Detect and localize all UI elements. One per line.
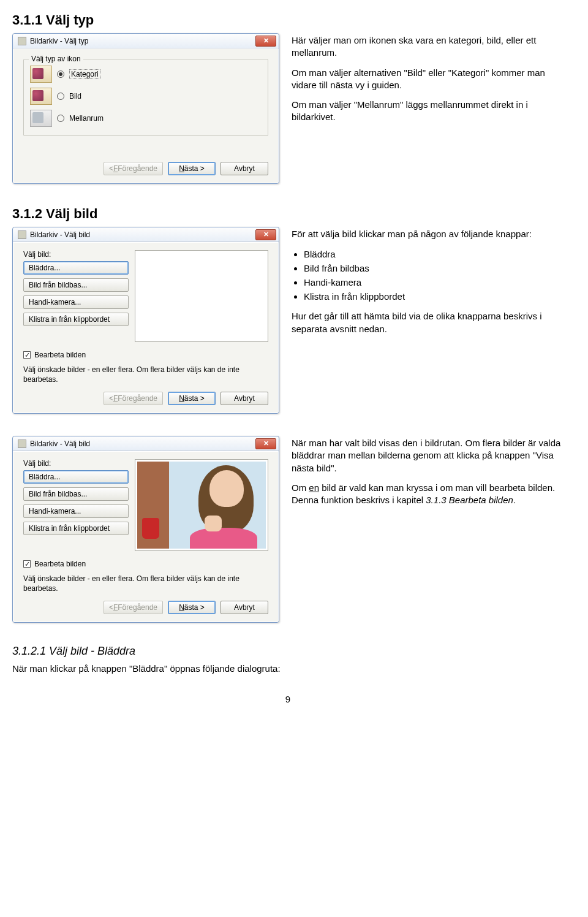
browse-button[interactable]: Bläddra... [23, 261, 129, 275]
paragraph: För att välja bild klickar man på någon … [292, 228, 564, 240]
kategori-icon [30, 66, 52, 83]
help-text: Välj önskade bilder - en eller flera. Om… [23, 574, 268, 593]
close-icon[interactable]: ✕ [255, 36, 276, 47]
clipboard-button[interactable]: Klistra in från klippbordet [23, 313, 129, 326]
window-title: Bildarkiv - Välj bild [30, 230, 255, 239]
checkbox-icon: ✓ [23, 560, 31, 568]
kamera-button[interactable]: Handi-kamera... [23, 504, 129, 518]
help-text: Välj önskade bilder - en eller flera. Om… [23, 365, 268, 384]
side-label: Välj bild: [23, 459, 129, 468]
kamera-button[interactable]: Handi-kamera... [23, 295, 129, 309]
mellanrum-icon [30, 110, 52, 127]
paragraph: Hur det går till att hämta bild via de o… [292, 310, 564, 335]
browse-button[interactable]: Bläddra... [23, 470, 129, 484]
window-icon [18, 230, 26, 239]
window-title: Bildarkiv - Välj bild [30, 439, 255, 448]
dialog-valj-bild: Bildarkiv - Välj bild ✕ Välj bild: Blädd… [12, 227, 279, 414]
groupbox-valj-typ: Välj typ av ikon Kategori Bild [23, 59, 268, 136]
titlebar: Bildarkiv - Välj bild ✕ [13, 436, 279, 451]
close-icon[interactable]: ✕ [255, 229, 276, 240]
heading-311: 3.1.1 Välj typ [12, 12, 564, 28]
paragraph: Här väljer man om ikonen ska vara en kat… [292, 34, 564, 59]
prev-button: < FFöregående [104, 392, 163, 405]
bildbas-button[interactable]: Bild från bildbas... [23, 278, 129, 292]
next-button[interactable]: Nästa > [168, 162, 216, 175]
list-item: Handi-kamera [304, 276, 564, 289]
option-mellanrum[interactable]: Mellanrum [30, 107, 262, 129]
paragraph: När man har valt bild visas den i bildru… [292, 437, 564, 474]
checkbox-icon: ✓ [23, 351, 31, 359]
cancel-button[interactable]: Avbryt [221, 601, 268, 614]
dialog-valj-bild-filled: Bildarkiv - Välj bild ✕ Välj bild: Blädd… [12, 436, 279, 623]
image-preview [135, 459, 268, 551]
paragraph: När man klickar på knappen "Bläddra" öpp… [12, 663, 564, 675]
group-legend: Välj typ av ikon [29, 55, 83, 63]
list-item: Bläddra [304, 248, 564, 261]
image-preview [135, 250, 268, 342]
radio-icon [57, 93, 64, 100]
bearbeta-checkbox[interactable]: ✓ Bearbeta bilden [23, 560, 268, 568]
window-title: Bildarkiv - Välj typ [30, 37, 255, 45]
page-number: 9 [12, 694, 564, 704]
option-label: Kategori [69, 69, 100, 79]
heading-3121: 3.1.2.1 Välj bild - Bläddra [12, 645, 564, 658]
radio-icon [57, 115, 64, 122]
titlebar: Bildarkiv - Välj typ ✕ [13, 34, 279, 48]
heading-312: 3.1.2 Välj bild [12, 206, 564, 222]
bullet-list: Bläddra Bild från bildbas Handi-kamera K… [292, 248, 564, 303]
prev-button: < FFöregående [104, 162, 163, 175]
next-button[interactable]: Nästa > [168, 601, 216, 614]
option-kategori[interactable]: Kategori [30, 63, 262, 85]
bearbeta-checkbox[interactable]: ✓ Bearbeta bilden [23, 351, 268, 359]
bild-icon [30, 88, 52, 105]
paragraph: Om man väljer alternativen "Bild" eller … [292, 67, 564, 92]
paragraph: Om en bild är vald kan man kryssa i om m… [292, 482, 564, 507]
bildbas-button[interactable]: Bild från bildbas... [23, 487, 129, 501]
selected-photo [137, 462, 266, 549]
list-item: Klistra in från klippbordet [304, 290, 564, 303]
option-label: Mellanrum [69, 114, 104, 123]
checkbox-label: Bearbeta bilden [34, 351, 86, 359]
paragraph: Om man väljer "Mellanrum" läggs mellanru… [292, 99, 564, 124]
dialog-valj-typ: Bildarkiv - Välj typ ✕ Välj typ av ikon … [12, 33, 279, 184]
list-item: Bild från bildbas [304, 262, 564, 275]
clipboard-button[interactable]: Klistra in från klippbordet [23, 522, 129, 535]
option-label: Bild [69, 92, 81, 101]
checkbox-label: Bearbeta bilden [34, 560, 86, 568]
radio-icon [57, 70, 64, 78]
window-icon [18, 37, 26, 45]
titlebar: Bildarkiv - Välj bild ✕ [13, 227, 279, 242]
next-button[interactable]: Nästa > [168, 392, 216, 405]
close-icon[interactable]: ✕ [255, 438, 276, 449]
prev-button: < FFöregående [104, 601, 163, 614]
side-label: Välj bild: [23, 250, 129, 259]
window-icon [18, 439, 26, 448]
cancel-button[interactable]: Avbryt [221, 162, 268, 175]
option-bild[interactable]: Bild [30, 85, 262, 107]
cancel-button[interactable]: Avbryt [221, 392, 268, 405]
